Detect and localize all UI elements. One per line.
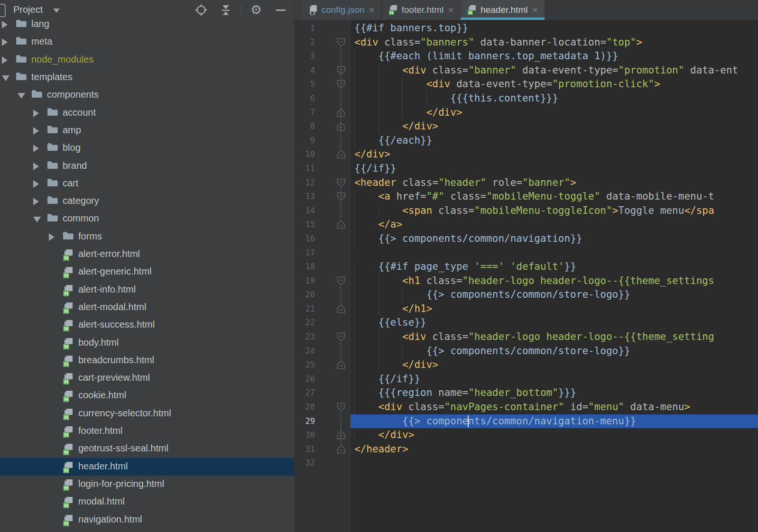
- tree-folder-forms[interactable]: forms: [0, 228, 294, 246]
- tree-collapse-arrow-icon[interactable]: [2, 75, 9, 81]
- tree-file-alert-error.html[interactable]: Halert-error.html: [0, 246, 294, 263]
- code-line-14[interactable]: <span class="mobileMenu-toggleIcon">Togg…: [351, 204, 758, 218]
- code-line-7[interactable]: </div>: [351, 106, 758, 120]
- tree-collapse-arrow-icon[interactable]: [18, 93, 25, 99]
- tree-file-navigation.html[interactable]: Hnavigation.html: [0, 511, 294, 529]
- tree-folder-account[interactable]: account: [0, 104, 294, 122]
- code-line-26[interactable]: {{/if}}: [351, 372, 758, 386]
- fold-end-icon[interactable]: [337, 360, 345, 371]
- fold-collapse-icon[interactable]: [337, 178, 345, 189]
- fold-end-icon[interactable]: [337, 445, 345, 456]
- fold-end-icon[interactable]: [337, 150, 345, 161]
- code-line-12[interactable]: <header class="header" role="banner">: [351, 176, 758, 190]
- code-line-32[interactable]: [351, 456, 758, 470]
- tree-folder-amp[interactable]: amp: [0, 122, 294, 139]
- tree-folder-templates[interactable]: templates: [0, 69, 294, 86]
- tree-expand-arrow-icon[interactable]: [33, 145, 39, 152]
- code-line-16[interactable]: {{> components/common/navigation}}: [351, 232, 758, 246]
- code-line-10[interactable]: </div>: [351, 147, 758, 162]
- code-line-22[interactable]: {{else}}: [351, 316, 758, 330]
- tree-expand-arrow-icon[interactable]: [33, 163, 39, 170]
- code-line-31[interactable]: </header>: [351, 442, 758, 457]
- project-toolbar-title[interactable]: Project: [13, 4, 43, 15]
- code-line-2[interactable]: <div class="banners" data-banner-locatio…: [351, 36, 758, 50]
- code-line-1[interactable]: {{#if banners.top}}: [351, 21, 758, 36]
- tree-expand-arrow-icon[interactable]: [2, 38, 8, 46]
- close-tab-icon[interactable]: ×: [448, 5, 453, 15]
- tree-folder-blog[interactable]: blog: [0, 139, 294, 157]
- tree-expand-arrow-icon[interactable]: [33, 110, 39, 117]
- code-line-21[interactable]: </h1>: [351, 302, 758, 316]
- fold-collapse-icon[interactable]: [337, 192, 345, 203]
- editor-tab-config.json[interactable]: {}config.json×: [302, 0, 382, 20]
- tree-file-currency-selector.html[interactable]: Hcurrency-selector.html: [0, 405, 294, 422]
- fold-end-icon[interactable]: [337, 122, 345, 133]
- fold-end-icon[interactable]: [337, 108, 345, 119]
- tree-folder-meta[interactable]: meta: [0, 33, 294, 51]
- editor-tab-footer.html[interactable]: Hfooter.html×: [382, 0, 461, 20]
- collapse-all-icon[interactable]: [219, 3, 232, 17]
- tree-file-cart-preview.html[interactable]: Hcart-preview.html: [0, 369, 294, 387]
- settings-gear-icon[interactable]: ⚙: [250, 3, 263, 17]
- code-line-17[interactable]: [351, 246, 758, 260]
- code-line-4[interactable]: <div class="banner" data-event-type="pro…: [351, 64, 758, 78]
- code-line-3[interactable]: {{#each (limit banners.top_metadata 1)}}: [351, 49, 758, 64]
- tree-file-breadcrumbs.html[interactable]: Hbreadcrumbs.html: [0, 352, 294, 369]
- fold-collapse-icon[interactable]: [337, 276, 345, 287]
- close-tab-icon[interactable]: ×: [369, 5, 375, 15]
- code-line-23[interactable]: <div class="header-logo header-logo--{{t…: [351, 330, 758, 344]
- tree-expand-arrow-icon[interactable]: [49, 233, 55, 241]
- fold-collapse-icon[interactable]: [337, 403, 345, 413]
- fold-end-icon[interactable]: [337, 431, 345, 441]
- tree-file-alert-success.html[interactable]: Halert-success.html: [0, 316, 294, 334]
- code-line-5[interactable]: <div data-event-type="promotion-click">: [351, 77, 758, 92]
- tree-expand-arrow-icon[interactable]: [33, 180, 39, 188]
- tree-collapse-arrow-icon[interactable]: [33, 217, 41, 222]
- tree-folder-cart[interactable]: cart: [0, 175, 294, 193]
- fold-end-icon[interactable]: [337, 304, 345, 315]
- tree-file-cookie.html[interactable]: Hcookie.html: [0, 387, 294, 404]
- tree-file-alert-modal.html[interactable]: Halert-modal.html: [0, 299, 294, 316]
- code-line-20[interactable]: {{> components/common/store-logo}}: [351, 288, 758, 302]
- code-line-30[interactable]: </div>: [351, 428, 758, 442]
- tree-expand-arrow-icon[interactable]: [33, 198, 39, 205]
- fold-collapse-icon[interactable]: [337, 66, 345, 77]
- tree-folder-components[interactable]: components: [0, 86, 294, 104]
- code-line-25[interactable]: </div>: [351, 358, 758, 372]
- fold-end-icon[interactable]: [337, 220, 345, 231]
- tree-expand-arrow-icon[interactable]: [2, 56, 8, 64]
- code-line-6[interactable]: {{{this.content}}}: [351, 92, 758, 106]
- code-line-8[interactable]: </div>: [351, 119, 758, 134]
- code-line-11[interactable]: {{/if}}: [351, 162, 758, 176]
- chevron-down-icon[interactable]: [53, 9, 60, 13]
- code-line-9[interactable]: {{/each}}: [351, 134, 758, 148]
- fold-collapse-icon[interactable]: [337, 332, 345, 343]
- code-line-27[interactable]: {{{region name="header_bottom"}}}: [351, 386, 758, 400]
- tree-folder-category[interactable]: category: [0, 193, 294, 210]
- tree-file-header.html[interactable]: Hheader.html: [0, 458, 294, 476]
- tree-file-footer.html[interactable]: Hfooter.html: [0, 422, 294, 440]
- code-line-19[interactable]: <h1 class="header-logo header-logo--{{th…: [351, 274, 758, 288]
- tree-file-geotrust-ssl-seal.html[interactable]: Hgeotrust-ssl-seal.html: [0, 440, 294, 458]
- fold-collapse-icon[interactable]: [337, 38, 345, 49]
- tree-folder-brand[interactable]: brand: [0, 157, 294, 175]
- tree-file-alert-info.html[interactable]: Halert-info.html: [0, 281, 294, 299]
- code-line-15[interactable]: </a>: [351, 218, 758, 232]
- code-line-24[interactable]: {{> components/common/store-logo}}: [351, 344, 758, 358]
- tree-file-alert-generic.html[interactable]: Halert-generic.html: [0, 263, 294, 281]
- fold-collapse-icon[interactable]: [337, 80, 345, 91]
- tree-expand-arrow-icon[interactable]: [2, 21, 8, 28]
- hide-panel-icon[interactable]: [274, 3, 287, 17]
- tree-file-login-for-pricing.html[interactable]: Hlogin-for-pricing.html: [0, 476, 294, 493]
- close-tab-icon[interactable]: ×: [532, 5, 537, 15]
- tree-expand-arrow-icon[interactable]: [33, 127, 39, 135]
- code-line-29[interactable]: {{> components/common/navigation-menu}}: [351, 414, 758, 429]
- locate-icon[interactable]: [194, 3, 208, 17]
- tree-folder-node_modules[interactable]: node_modules: [0, 51, 294, 69]
- tree-folder-common[interactable]: common: [0, 210, 294, 228]
- code-line-13[interactable]: <a href="#" class="mobileMenu-toggle" da…: [351, 190, 758, 204]
- code-line-28[interactable]: <div class="navPages-container" id="menu…: [351, 400, 758, 414]
- editor-tab-header.html[interactable]: Hheader.html×: [461, 0, 545, 20]
- code-line-18[interactable]: {{#if page_type '===' 'default'}}: [351, 260, 758, 274]
- tree-file-modal.html[interactable]: Hmodal.html: [0, 493, 294, 511]
